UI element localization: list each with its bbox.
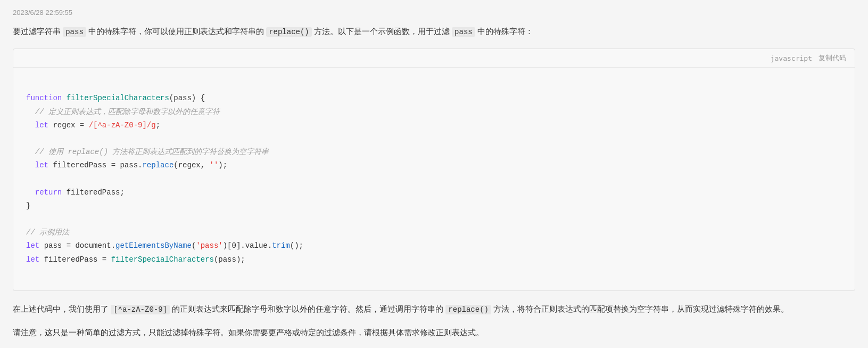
- code-content: function filterSpecialCharacters(pass) {…: [13, 68, 855, 290]
- code-block-header: javascript 复制代码: [13, 49, 855, 68]
- explanation-paragraph-2: 请注意，这只是一种简单的过滤方式，只能过滤掉特殊字符。如果你需要更严格或特定的过…: [13, 325, 855, 339]
- explanation-paragraph-1: 在上述代码中，我们使用了 [^a-zA-Z0-9] 的正则表达式来匹配除字母和数…: [13, 302, 855, 317]
- intro-paragraph: 要过滤字符串 pass 中的特殊字符，你可以使用正则表达式和字符串的 repla…: [13, 24, 855, 39]
- copy-code-button[interactable]: 复制代码: [819, 53, 846, 63]
- code-language-label: javascript: [771, 54, 812, 62]
- timestamp: 2023/6/28 22:59:55: [13, 9, 855, 17]
- code-block-wrapper: javascript 复制代码 function filterSpecialCh…: [13, 48, 855, 291]
